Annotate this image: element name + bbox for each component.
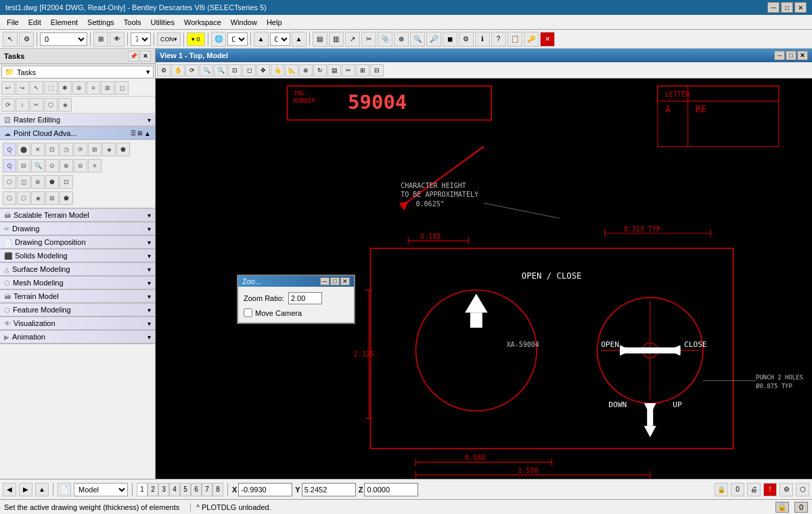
mesh-header[interactable]: ⬡ Mesh Modeling ▾ (0, 277, 155, 289)
tb-undo[interactable]: ↩ (1, 81, 15, 95)
toolbar-help2[interactable]: ? (491, 32, 506, 47)
view-btn-fit[interactable]: ⊡ (228, 64, 242, 76)
tb-redo[interactable]: ↪ (16, 81, 29, 95)
pc-btn2-5[interactable]: ⊕ (60, 159, 73, 172)
pc-btn2-4[interactable]: ⊙ (45, 159, 59, 172)
pc-btn2-3[interactable]: 🔍 (31, 159, 45, 172)
pc-btn-5[interactable]: ◷ (60, 143, 73, 156)
pc-btn-1[interactable]: Q (3, 143, 16, 156)
y-input[interactable] (302, 483, 356, 496)
nav-model-icon[interactable]: 📄 (58, 483, 71, 496)
tab-8[interactable]: 8 (212, 483, 223, 496)
toolbar-globe[interactable]: 🌐 (211, 32, 226, 47)
surface-header[interactable]: ◬ Surface Modeling ▾ (0, 263, 155, 276)
zoom-min[interactable]: ─ (320, 277, 330, 285)
bottom-icon4[interactable]: ! (763, 483, 777, 496)
feature-header[interactable]: ⬡ Feature Modeling ▾ (0, 304, 155, 317)
view-btn-hand[interactable]: 👆 (271, 64, 284, 76)
tab-6[interactable]: 6 (191, 483, 202, 496)
pc-btn-2[interactable]: ⬤ (17, 143, 30, 156)
view-btn-clip[interactable]: ✂ (342, 64, 355, 76)
toolbar-magnify[interactable]: 🔎 (426, 32, 441, 47)
tb-tool1[interactable]: ✱ (58, 81, 72, 95)
tb-tool4[interactable]: ⊞ (101, 81, 114, 95)
bottom-icon6[interactable]: ⬡ (796, 483, 809, 496)
weight-combo[interactable]: 7 (131, 32, 151, 46)
pc-btn4-4[interactable]: ⊞ (45, 191, 59, 205)
view-btn-update[interactable]: ↻ (313, 64, 327, 76)
menu-workspace[interactable]: Workspace (180, 17, 225, 28)
pc-btn4-3[interactable]: ◈ (31, 191, 45, 205)
tasks-expand[interactable]: ✕ (140, 51, 151, 62)
menu-edit[interactable]: Edit (24, 17, 45, 28)
tb2-2[interactable]: ↕ (16, 98, 29, 112)
tab-7[interactable]: 7 (202, 483, 212, 496)
tab-4[interactable]: 4 (169, 483, 180, 496)
pc-btn-8[interactable]: ◈ (102, 143, 116, 156)
drawing-header[interactable]: ✏ Drawing ▾ (0, 223, 155, 235)
tb2-1[interactable]: ⟳ (1, 98, 15, 112)
style-combo[interactable]: CON▾ (157, 32, 181, 46)
minimize-btn[interactable]: ─ (767, 2, 780, 13)
toolbar-tool1[interactable]: ⚙ (19, 32, 34, 47)
menu-window[interactable]: Window (227, 17, 261, 28)
pc-btn3-3[interactable]: ⊕ (31, 175, 45, 189)
pc-btn3-5[interactable]: ⊡ (60, 175, 73, 189)
pc-btn-4[interactable]: ⊡ (45, 143, 59, 156)
zoom-max[interactable]: □ (330, 277, 340, 285)
menu-file[interactable]: File (3, 17, 23, 28)
tb2-5[interactable]: ◈ (58, 98, 72, 112)
z-input[interactable] (364, 483, 418, 496)
view-btn-extra1[interactable]: ⊞ (356, 64, 369, 76)
maximize-btn[interactable]: □ (781, 2, 793, 13)
tb-tool3[interactable]: ≡ (87, 81, 100, 95)
viz-header[interactable]: 👁 Visualization ▾ (0, 317, 155, 330)
close-btn[interactable]: ✕ (794, 2, 807, 13)
pc-btn2-1[interactable]: Q (3, 159, 16, 172)
tb2-3[interactable]: ✂ (30, 98, 43, 112)
toolbar-clip[interactable]: ✂ (361, 32, 376, 47)
view-btn-measure[interactable]: 📐 (285, 64, 298, 76)
pc-btn2-2[interactable]: ⊟ (17, 159, 30, 172)
section-pc-header[interactable]: ☁ Point Cloud Adva... ☰ ⊞ ▲ (0, 127, 155, 140)
pc-btn4-1[interactable]: ⬡ (3, 191, 16, 205)
menu-utilities[interactable]: Utilities (147, 17, 179, 28)
toolbar-ref[interactable]: ↗ (345, 32, 360, 47)
tb-select[interactable]: ↖ (30, 81, 43, 95)
pc-btn4-5[interactable]: ⬟ (60, 191, 73, 205)
scalable-terrain-header[interactable]: 🏔 Scalable Terrain Model ▾ (0, 209, 155, 222)
pc-list-btn[interactable]: ☰ (131, 130, 136, 137)
toolbar-stop[interactable]: ✕ (540, 32, 555, 47)
view-btn-zoomin[interactable]: 🔍 (200, 64, 213, 76)
menu-settings[interactable]: Settings (83, 17, 118, 28)
tasks-dropdown[interactable]: 📁 Tasks ▾ (1, 66, 154, 78)
pc-btn-7[interactable]: ⊞ (88, 143, 102, 156)
pc-btn2-7[interactable]: ≡ (88, 159, 102, 172)
bottom-icon2[interactable]: 0 (731, 483, 744, 496)
status-lock-icon[interactable]: 🔒 (775, 502, 789, 513)
pc-btn2-6[interactable]: ⊖ (74, 159, 87, 172)
view-btn-display[interactable]: ▤ (328, 64, 341, 76)
zoom-close[interactable]: ✕ (340, 277, 350, 285)
tasks-pin[interactable]: 📌 (128, 51, 139, 62)
toolbar-grid[interactable]: ⊞ (93, 32, 108, 47)
view-btn-snap[interactable]: ⊕ (299, 64, 313, 76)
view-btn-settings[interactable]: ⚙ (157, 64, 171, 76)
tab-2[interactable]: 2 (148, 483, 158, 496)
combo-extra2[interactable]: 0 (270, 32, 290, 46)
toolbar-arrow-down[interactable]: ▲ (292, 32, 307, 47)
view-btn-rotate[interactable]: ⟳ (185, 64, 199, 76)
toolbar-arrow-up[interactable]: ▲ (254, 32, 269, 47)
toolbar-sheets[interactable]: ▥ (329, 32, 344, 47)
level-combo[interactable]: 0 (40, 32, 87, 46)
nav-fwd[interactable]: ▶ (19, 483, 32, 496)
menu-tools[interactable]: Tools (120, 17, 145, 28)
pc-grid-btn[interactable]: ⊞ (137, 130, 143, 137)
tab-3[interactable]: 3 (158, 483, 169, 496)
tb-tool5[interactable]: ◻ (115, 81, 129, 95)
toolbar-layers[interactable]: ▤ (313, 32, 328, 47)
color-combo[interactable]: ▾ 0 (187, 32, 205, 46)
mdi-close[interactable]: ✕ (797, 51, 808, 60)
tab-5[interactable]: 5 (180, 483, 191, 496)
tb2-4[interactable]: ⬡ (44, 98, 58, 112)
